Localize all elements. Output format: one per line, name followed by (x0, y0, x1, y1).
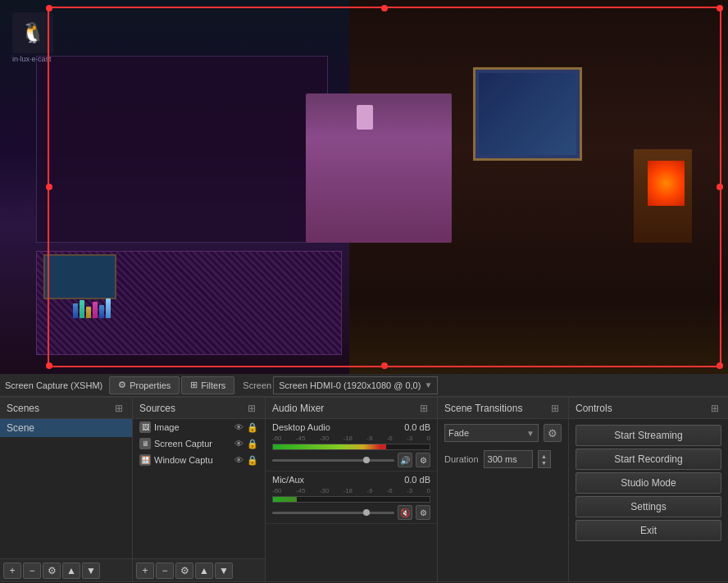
sources-add-button[interactable]: + (136, 563, 154, 579)
eye-window-icon[interactable]: 👁 (234, 455, 243, 466)
preview-area: 🐧 in·lux·e·cast (0, 0, 728, 374)
sources-up-button[interactable]: ▲ (195, 563, 213, 579)
bottle-3 (86, 307, 91, 318)
duration-spinner[interactable]: ▲ ▼ (538, 450, 551, 468)
desktop-meter-scale: -60-45-30-18-9-6-30 (272, 435, 430, 442)
mic-audio-controls: 🔇 ⚙ (272, 505, 430, 520)
studio-mode-button[interactable]: Studio Mode (576, 472, 721, 494)
source-item-screen[interactable]: 🖥 Screen Captur 👁 🔒 (133, 435, 265, 452)
image-source-icon: 🖼 (139, 421, 151, 433)
desktop-audio-db: 0.0 dB (404, 422, 430, 432)
scenes-settings-button[interactable]: ⚙ (43, 563, 61, 579)
desktop-audio-track: Desktop Audio 0.0 dB -60-45-30-18-9-6-30… (266, 419, 437, 471)
mic-audio-header: Mic/Aux 0.0 dB (272, 475, 430, 485)
filters-button[interactable]: ⊞ Filters (181, 376, 234, 394)
duration-value: 300 ms (488, 454, 517, 464)
bottle-4 (93, 302, 98, 318)
obs-logo-text: in·lux·e·cast (12, 55, 52, 63)
spinner-down-icon: ▼ (541, 460, 547, 466)
duration-input[interactable]: 300 ms (484, 450, 533, 468)
transition-chevron-icon: ▼ (526, 429, 535, 438)
bottle-1 (73, 303, 78, 318)
desktop-audio-header: Desktop Audio 0.0 dB (272, 422, 430, 432)
mic-meter-bar (272, 496, 430, 503)
mic-meter-fill (273, 497, 297, 502)
sources-remove-button[interactable]: − (156, 563, 174, 579)
painting-inner (479, 73, 576, 155)
start-recording-button[interactable]: Start Recording (576, 449, 721, 470)
transition-select-row: Fade ▼ ⚙ (438, 419, 568, 447)
scenes-remove-button[interactable]: − (23, 563, 41, 579)
source-item-image[interactable]: 🖼 Image 👁 🔒 (133, 419, 265, 435)
scenes-title: Scenes (7, 403, 39, 414)
sources-maximize-icon[interactable]: ⊞ (245, 402, 258, 415)
screen-text-label: Screen (243, 380, 271, 390)
lock-icon[interactable]: 🔒 (247, 422, 258, 433)
source-item-window[interactable]: 🪟 Window Captu 👁 🔒 (133, 452, 265, 468)
bottle-5 (99, 305, 104, 318)
scene-item-label: Scene (7, 422, 34, 434)
lock-screen-icon[interactable]: 🔒 (247, 439, 258, 449)
duration-row: Duration 300 ms ▲ ▼ (438, 447, 568, 471)
bottom-panels: Scenes ⊞ Scene + − ⚙ ▲ ▼ Sources ⊞ (0, 397, 728, 581)
controls-buttons: Start Streaming Start Recording Studio M… (569, 419, 728, 547)
main-toolbar: Screen Capture (XSHM) ⚙ Properties ⊞ Fil… (0, 374, 728, 397)
start-streaming-button[interactable]: Start Streaming (576, 425, 721, 446)
scene-bed (306, 93, 452, 243)
exit-button[interactable]: Exit (576, 520, 721, 541)
scenes-up-button[interactable]: ▲ (62, 563, 80, 579)
scene-painting (473, 67, 582, 161)
transitions-title: Scene Transitions (444, 403, 522, 414)
screen-select[interactable]: Screen HDMI-0 (1920x1080 @ 0,0) ▼ (273, 376, 438, 394)
properties-icon: ⚙ (118, 380, 126, 390)
sources-panel-toolbar: + − ⚙ ▲ ▼ (133, 558, 265, 581)
scenes-down-button[interactable]: ▼ (82, 563, 100, 579)
desktop-meter-fill (273, 444, 386, 449)
audio-panel-icons: ⊞ (417, 402, 430, 415)
audio-title: Audio Mixer (272, 403, 324, 414)
filters-icon: ⊞ (190, 380, 198, 390)
screen-select-label: Screen HDMI-0 (1920x1080 @ 0,0) (279, 380, 421, 390)
scenes-panel-header: Scenes ⊞ (0, 398, 132, 419)
scenes-list: Scene (0, 419, 132, 558)
obs-logo: 🐧 (12, 12, 53, 53)
eye-screen-icon[interactable]: 👁 (234, 439, 243, 449)
bottle-2 (80, 300, 84, 318)
mic-settings-button[interactable]: ⚙ (416, 505, 430, 520)
screen-capture-label: Screen Capture (XSHM) (5, 380, 102, 390)
eye-icon[interactable]: 👁 (234, 422, 243, 433)
desktop-settings-button[interactable]: ⚙ (416, 453, 430, 467)
scene-bottles (73, 243, 328, 317)
settings-button[interactable]: Settings (576, 496, 721, 517)
mic-audio-db: 0.0 dB (404, 475, 430, 485)
transition-select[interactable]: Fade ▼ (444, 424, 539, 442)
screen-source-icon: 🖥 (139, 438, 151, 449)
controls-maximize-icon[interactable]: ⊞ (708, 402, 721, 415)
sources-panel-header: Sources ⊞ (133, 398, 265, 419)
transitions-panel: Scene Transitions ⊞ Fade ▼ ⚙ Duration 30… (438, 398, 569, 581)
scenes-panel-toolbar: + − ⚙ ▲ ▼ (0, 558, 132, 581)
scene-fire (648, 161, 684, 206)
transition-selected-label: Fade (448, 428, 469, 438)
scenes-maximize-icon[interactable]: ⊞ (112, 402, 125, 415)
mic-mute-button[interactable]: 🔇 (398, 505, 412, 520)
audio-tracks: Desktop Audio 0.0 dB -60-45-30-18-9-6-30… (266, 419, 437, 581)
lock-window-icon[interactable]: 🔒 (247, 455, 258, 466)
desktop-volume-thumb (363, 457, 370, 463)
transition-gear-button[interactable]: ⚙ (544, 424, 562, 442)
source-window-actions: 👁 🔒 (234, 455, 258, 466)
bottle-6 (106, 298, 111, 318)
desktop-audio-controls: 🔊 ⚙ (272, 453, 430, 467)
audio-maximize-icon[interactable]: ⊞ (417, 402, 430, 415)
scene-item[interactable]: Scene (0, 419, 132, 437)
mic-audio-track: Mic/Aux 0.0 dB -60-45-30-18-9-6-30 🔇 ⚙ (266, 471, 437, 524)
desktop-volume-slider[interactable] (272, 459, 394, 462)
scenes-add-button[interactable]: + (3, 563, 21, 579)
desktop-audio-name: Desktop Audio (272, 422, 330, 432)
mic-volume-slider[interactable] (272, 512, 394, 514)
desktop-mute-button[interactable]: 🔊 (398, 453, 412, 467)
sources-settings-button[interactable]: ⚙ (175, 563, 193, 579)
properties-button[interactable]: ⚙ Properties (109, 376, 180, 394)
sources-down-button[interactable]: ▼ (215, 563, 233, 579)
transitions-maximize-icon[interactable]: ⊞ (548, 402, 562, 415)
